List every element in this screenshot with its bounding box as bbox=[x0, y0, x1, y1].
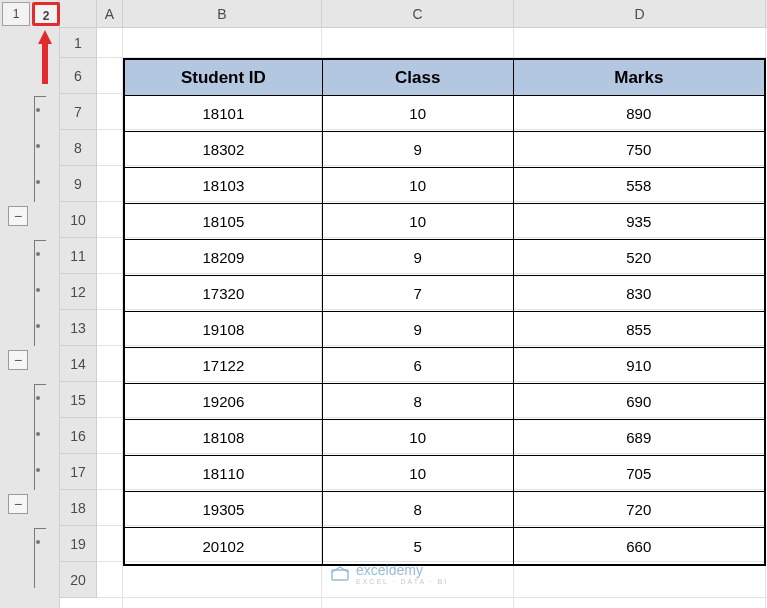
table-header-row: Student ID Class Marks bbox=[125, 60, 764, 96]
row-header[interactable]: 12 bbox=[60, 274, 96, 310]
outline-collapse-button[interactable]: − bbox=[8, 350, 28, 370]
cell-student-id[interactable]: 18108 bbox=[125, 420, 323, 456]
cell-class[interactable]: 8 bbox=[323, 384, 514, 420]
annotation-arrow-icon bbox=[38, 30, 52, 84]
column-header-row: A B C D bbox=[60, 0, 767, 28]
cell-student-id[interactable]: 18209 bbox=[125, 240, 323, 276]
cell-marks[interactable]: 689 bbox=[514, 420, 764, 456]
cell-class[interactable]: 9 bbox=[323, 240, 514, 276]
cell-class[interactable]: 10 bbox=[323, 456, 514, 492]
cell-marks[interactable]: 935 bbox=[514, 204, 764, 240]
outline-level-2-button[interactable]: 2 bbox=[32, 2, 60, 26]
row-header[interactable]: 20 bbox=[60, 562, 96, 598]
cell-class[interactable]: 10 bbox=[323, 96, 514, 132]
row-header[interactable]: 10 bbox=[60, 202, 96, 238]
svg-marker-0 bbox=[38, 30, 52, 84]
outline-dot-icon bbox=[36, 252, 40, 256]
table-row: 18209 9 520 bbox=[125, 240, 764, 276]
table-row: 18108 10 689 bbox=[125, 420, 764, 456]
header-student-id[interactable]: Student ID bbox=[125, 60, 323, 96]
cell-student-id[interactable]: 18105 bbox=[125, 204, 323, 240]
row-header[interactable]: 13 bbox=[60, 310, 96, 346]
cell-marks[interactable]: 855 bbox=[514, 312, 764, 348]
cell-class[interactable]: 6 bbox=[323, 348, 514, 384]
outline-level-header: 1 2 bbox=[0, 0, 60, 28]
column-header-B[interactable]: B bbox=[123, 0, 322, 27]
cell-marks[interactable]: 705 bbox=[514, 456, 764, 492]
outline-dot-icon bbox=[36, 396, 40, 400]
cell-marks[interactable]: 750 bbox=[514, 132, 764, 168]
group-bracket bbox=[34, 528, 46, 588]
data-table: Student ID Class Marks 18101 10 890 1830… bbox=[123, 58, 766, 566]
row-header[interactable]: 16 bbox=[60, 418, 96, 454]
cell-marks[interactable]: 890 bbox=[514, 96, 764, 132]
cell-student-id[interactable]: 18101 bbox=[125, 96, 323, 132]
table-row: 18101 10 890 bbox=[125, 96, 764, 132]
row-header[interactable]: 18 bbox=[60, 490, 96, 526]
column-header-C[interactable]: C bbox=[322, 0, 514, 27]
cell-marks[interactable]: 830 bbox=[514, 276, 764, 312]
row-header[interactable]: 8 bbox=[60, 130, 96, 166]
row-header[interactable]: 6 bbox=[60, 58, 96, 94]
row-header[interactable]: 1 bbox=[60, 28, 96, 58]
table-row: 19305 8 720 bbox=[125, 492, 764, 528]
group-bracket bbox=[34, 96, 46, 202]
outline-dot-icon bbox=[36, 324, 40, 328]
outline-dot-icon bbox=[36, 180, 40, 184]
row-header[interactable]: 17 bbox=[60, 454, 96, 490]
table-row: 19206 8 690 bbox=[125, 384, 764, 420]
outline-collapse-button[interactable]: − bbox=[8, 494, 28, 514]
cell-class[interactable]: 9 bbox=[323, 132, 514, 168]
row-header[interactable]: 9 bbox=[60, 166, 96, 202]
header-marks[interactable]: Marks bbox=[514, 60, 764, 96]
table-row: 18110 10 705 bbox=[125, 456, 764, 492]
cell-class[interactable]: 7 bbox=[323, 276, 514, 312]
cell-class[interactable]: 10 bbox=[323, 168, 514, 204]
row-header[interactable]: 7 bbox=[60, 94, 96, 130]
table-row: 20102 5 660 bbox=[125, 528, 764, 564]
cell-student-id[interactable]: 20102 bbox=[125, 528, 323, 564]
outline-dot-icon bbox=[36, 432, 40, 436]
cell-class[interactable]: 9 bbox=[323, 312, 514, 348]
row-header[interactable]: 15 bbox=[60, 382, 96, 418]
outline-dot-icon bbox=[36, 108, 40, 112]
outline-dot-icon bbox=[36, 468, 40, 472]
grid-row bbox=[97, 562, 767, 598]
row-header[interactable]: 11 bbox=[60, 238, 96, 274]
sheet-cells-area[interactable]: Student ID Class Marks 18101 10 890 1830… bbox=[97, 28, 767, 608]
cell-marks[interactable]: 720 bbox=[514, 492, 764, 528]
outline-collapse-button[interactable]: − bbox=[8, 206, 28, 226]
group-bracket bbox=[34, 240, 46, 346]
row-header[interactable]: 14 bbox=[60, 346, 96, 382]
outline-gutter: 1 2 − − − bbox=[0, 0, 60, 608]
header-class[interactable]: Class bbox=[323, 60, 514, 96]
outline-level-1-button[interactable]: 1 bbox=[2, 2, 30, 26]
row-header[interactable]: 19 bbox=[60, 526, 96, 562]
cell-class[interactable]: 10 bbox=[323, 204, 514, 240]
cell-marks[interactable]: 660 bbox=[514, 528, 764, 564]
column-header-A[interactable]: A bbox=[97, 0, 123, 27]
cell-marks[interactable]: 910 bbox=[514, 348, 764, 384]
cell-student-id[interactable]: 19206 bbox=[125, 384, 323, 420]
cell-class[interactable]: 5 bbox=[323, 528, 514, 564]
table-row: 19108 9 855 bbox=[125, 312, 764, 348]
cell-student-id[interactable]: 18103 bbox=[125, 168, 323, 204]
cell-student-id[interactable]: 17122 bbox=[125, 348, 323, 384]
cell-student-id[interactable]: 17320 bbox=[125, 276, 323, 312]
table-row: 18103 10 558 bbox=[125, 168, 764, 204]
grid-row bbox=[97, 28, 767, 58]
cell-student-id[interactable]: 18110 bbox=[125, 456, 323, 492]
cell-class[interactable]: 10 bbox=[323, 420, 514, 456]
cell-student-id[interactable]: 18302 bbox=[125, 132, 323, 168]
row-header-column: 1 6 7 8 9 10 11 12 13 14 15 16 17 18 19 … bbox=[60, 28, 97, 598]
cell-class[interactable]: 8 bbox=[323, 492, 514, 528]
table-row: 17320 7 830 bbox=[125, 276, 764, 312]
cell-student-id[interactable]: 19108 bbox=[125, 312, 323, 348]
cell-marks[interactable]: 558 bbox=[514, 168, 764, 204]
cell-marks[interactable]: 520 bbox=[514, 240, 764, 276]
cell-student-id[interactable]: 19305 bbox=[125, 492, 323, 528]
select-all-corner[interactable] bbox=[60, 0, 97, 27]
column-header-D[interactable]: D bbox=[514, 0, 766, 27]
cell-marks[interactable]: 690 bbox=[514, 384, 764, 420]
table-row: 18105 10 935 bbox=[125, 204, 764, 240]
